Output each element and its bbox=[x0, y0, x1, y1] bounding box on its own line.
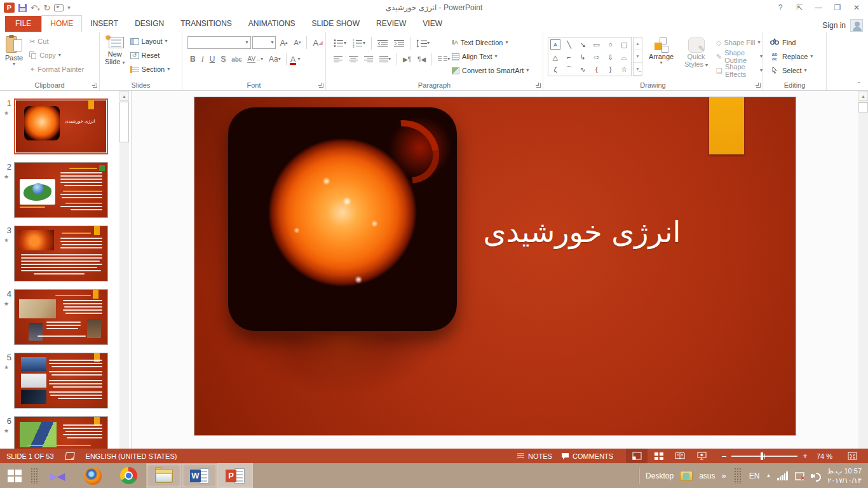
zoom-in-button[interactable]: + bbox=[803, 451, 808, 461]
decrease-indent-button[interactable] bbox=[375, 38, 390, 48]
taskbar-chrome-button[interactable] bbox=[111, 463, 146, 488]
increase-font-size-button[interactable]: A▴ bbox=[277, 37, 290, 49]
numbering-button[interactable]: 1123▾ bbox=[350, 37, 368, 49]
shape-right-arrow[interactable]: ⇨ bbox=[590, 51, 604, 63]
align-text-button[interactable]: Align Text▾ bbox=[452, 50, 529, 64]
new-slide-button[interactable]: ✹ New Slide ▾ bbox=[105, 32, 125, 76]
change-case-button[interactable]: Aa▾ bbox=[266, 53, 283, 65]
tab-transitions[interactable]: TRANSITIONS bbox=[172, 16, 240, 32]
clear-formatting-button[interactable]: A◢ bbox=[310, 37, 325, 49]
section-button[interactable]: Section▾ bbox=[130, 62, 170, 76]
signal-strength-icon[interactable] bbox=[777, 471, 788, 480]
shape-elbow-arrow[interactable]: ↳ bbox=[576, 51, 590, 63]
shape-scribble[interactable]: ζ bbox=[548, 63, 562, 76]
zoom-slider[interactable] bbox=[731, 456, 797, 457]
slide-1[interactable]: انرژی خورشیدی bbox=[194, 97, 796, 436]
replace-button[interactable]: abacReplace▾ bbox=[770, 50, 826, 64]
customize-qat-icon[interactable]: ▾ bbox=[67, 5, 71, 11]
tab-view[interactable]: VIEW bbox=[414, 16, 451, 32]
shape-line[interactable]: ╲ bbox=[562, 37, 576, 51]
shapes-gallery-scrollbar[interactable]: ▲ ▼ ▼̲ bbox=[633, 37, 642, 76]
slide-sorter-view-button[interactable] bbox=[648, 449, 669, 463]
convert-smartart-button[interactable]: Convert to SmartArt▾ bbox=[452, 64, 529, 78]
italic-button[interactable]: I bbox=[199, 53, 207, 65]
avatar[interactable] bbox=[850, 19, 863, 32]
columns-button[interactable]: ▾ bbox=[435, 54, 452, 64]
font-color-button[interactable]: A bbox=[289, 55, 297, 64]
find-button[interactable]: Find bbox=[770, 36, 826, 50]
collapse-ribbon-icon[interactable]: ⌃ bbox=[857, 81, 862, 88]
slide-title[interactable]: انرژی خورشیدی bbox=[468, 215, 696, 249]
language-button[interactable]: EN bbox=[749, 471, 760, 480]
shape-right-brace[interactable]: } bbox=[604, 63, 618, 76]
increase-indent-button[interactable] bbox=[391, 38, 407, 48]
slide-thumbnail-6[interactable] bbox=[14, 416, 108, 449]
shape-effects-button[interactable]: ❏Shape Effects▾ bbox=[716, 64, 763, 78]
desktop-toolbar-label[interactable]: Desktop bbox=[646, 471, 674, 480]
shape-arc[interactable]: ⌒ bbox=[562, 63, 576, 76]
bold-button[interactable]: B bbox=[187, 53, 198, 65]
shapes-scroll-down-icon[interactable]: ▼ bbox=[634, 50, 642, 63]
undo-icon[interactable]: ↶▾ bbox=[31, 4, 39, 12]
font-dialog-launcher[interactable] bbox=[319, 83, 323, 88]
zoom-slider-thumb[interactable] bbox=[761, 452, 763, 460]
tab-file[interactable]: FILE bbox=[5, 16, 41, 32]
shape-arrow[interactable]: ↘ bbox=[576, 37, 590, 51]
paste-button[interactable]: Paste ▾ bbox=[5, 32, 23, 76]
reset-button[interactable]: ↺Reset bbox=[130, 48, 170, 62]
ltr-direction-button[interactable]: ▶¶ bbox=[400, 55, 414, 64]
copy-button[interactable]: Copy▾ bbox=[29, 48, 84, 62]
shape-elbow[interactable]: ⌐ bbox=[562, 51, 576, 63]
underline-button[interactable]: U bbox=[207, 53, 218, 65]
text-direction-button[interactable]: ‖AText Direction▾ bbox=[452, 36, 529, 50]
slide-thumbnail-1[interactable]: انرژی خورشیدی bbox=[14, 98, 108, 154]
shape-left-brace[interactable]: { bbox=[590, 63, 604, 76]
taskbar-powerpoint-button[interactable]: P bbox=[217, 463, 253, 488]
fit-slide-to-window-button[interactable] bbox=[841, 449, 863, 463]
slide-show-view-button[interactable] bbox=[691, 449, 712, 463]
shape-oval[interactable]: ○ bbox=[604, 37, 618, 51]
user-folder-label[interactable]: asus bbox=[699, 471, 715, 480]
format-painter-button[interactable]: ✦Format Painter bbox=[29, 62, 84, 76]
shape-rounded-rectangle[interactable]: ▢ bbox=[617, 37, 631, 51]
taskbar-firefox-button[interactable] bbox=[75, 463, 111, 488]
tab-home[interactable]: HOME bbox=[41, 15, 82, 32]
tab-design[interactable]: DESIGN bbox=[126, 16, 172, 32]
bullets-button[interactable]: ▾ bbox=[331, 37, 349, 49]
line-spacing-button[interactable]: ▾ bbox=[414, 38, 432, 49]
canvas-scroll-up-icon[interactable]: ▲ bbox=[858, 91, 868, 101]
slide-thumbnail-4[interactable] bbox=[14, 289, 108, 345]
taskbar-explorer-button[interactable] bbox=[146, 463, 182, 488]
language-indicator[interactable]: ENGLISH (UNITED STATES) bbox=[86, 452, 177, 460]
start-button[interactable] bbox=[0, 463, 29, 488]
scroll-up-icon[interactable]: ▲ bbox=[119, 91, 129, 101]
clock[interactable]: 10:57 ب.ظ ۲۰۱۷/۱۰/۱۳ bbox=[827, 466, 864, 485]
toolbar-overflow-chevron[interactable]: » bbox=[722, 471, 726, 480]
start-slideshow-icon[interactable] bbox=[54, 4, 64, 11]
reading-view-button[interactable] bbox=[669, 449, 691, 463]
ribbon-display-options-button[interactable]: ⇱ bbox=[790, 1, 808, 14]
decrease-font-size-button[interactable]: A▾ bbox=[292, 37, 304, 48]
notes-button[interactable]: NOTES bbox=[517, 452, 552, 460]
normal-view-button[interactable] bbox=[626, 449, 648, 463]
network-disconnected-icon[interactable] bbox=[794, 471, 804, 480]
thumbnail-scrollbar[interactable]: ▲ bbox=[119, 91, 129, 449]
align-right-button[interactable] bbox=[362, 54, 376, 64]
select-button[interactable]: Select▾ bbox=[770, 64, 826, 78]
save-icon[interactable] bbox=[18, 4, 27, 12]
paragraph-dialog-launcher[interactable] bbox=[536, 83, 541, 88]
shape-down-arrow[interactable]: ⇩ bbox=[604, 51, 618, 63]
user-folder-icon[interactable] bbox=[680, 471, 693, 481]
zoom-out-button[interactable]: − bbox=[721, 451, 726, 461]
tab-slide-show[interactable]: SLIDE SHOW bbox=[304, 16, 368, 32]
shapes-scroll-up-icon[interactable]: ▲ bbox=[634, 37, 642, 50]
taskbar-word-button[interactable]: W bbox=[182, 463, 217, 488]
arrange-button[interactable]: Arrange ▾ bbox=[649, 34, 674, 65]
zoom-level[interactable]: 74 % bbox=[817, 452, 832, 460]
quick-styles-button[interactable]: Quick Styles ▾ bbox=[684, 34, 708, 68]
tab-review[interactable]: REVIEW bbox=[368, 16, 414, 32]
minimize-button[interactable]: — bbox=[810, 1, 827, 14]
slide-thumbnail-5[interactable] bbox=[14, 353, 108, 409]
taskbar-kmplayer-button[interactable] bbox=[39, 463, 75, 488]
justify-button[interactable]: ▾ bbox=[377, 54, 393, 64]
